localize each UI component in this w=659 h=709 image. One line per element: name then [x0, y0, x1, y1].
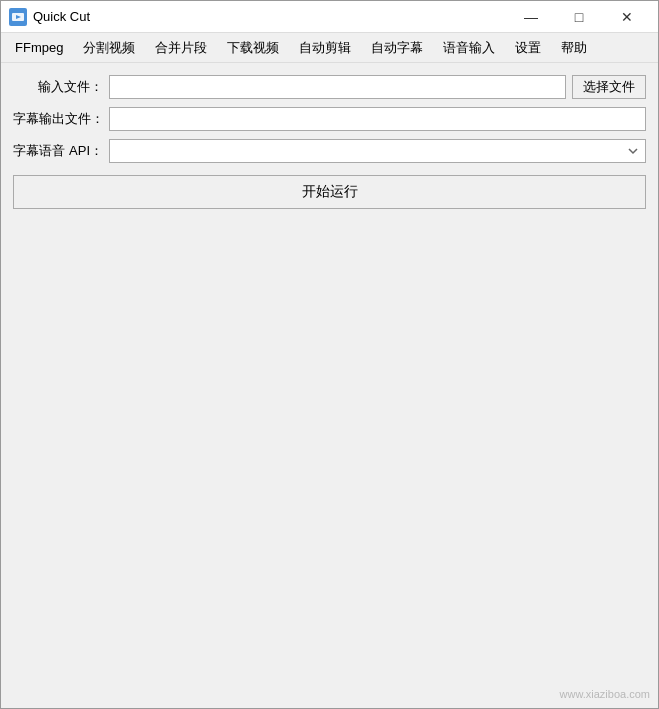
api-row: 字幕语音 API：: [13, 139, 646, 163]
subtitle-output-label: 字幕输出文件：: [13, 110, 103, 128]
menu-item-自动字幕[interactable]: 自动字幕: [361, 35, 433, 61]
run-button[interactable]: 开始运行: [13, 175, 646, 209]
window-title: Quick Cut: [33, 9, 508, 24]
menu-item-帮助[interactable]: 帮助: [551, 35, 597, 61]
close-button[interactable]: ✕: [604, 1, 650, 33]
subtitle-output-field[interactable]: [109, 107, 646, 131]
menu-item-语音输入[interactable]: 语音输入: [433, 35, 505, 61]
menu-item-FFmpeg[interactable]: FFmpeg: [5, 36, 73, 59]
menu-bar: FFmpeg分割视频合并片段下载视频自动剪辑自动字幕语音输入设置帮助: [1, 33, 658, 63]
content-area: 输入文件： 选择文件 字幕输出文件： 字幕语音 API： 开始运行: [1, 63, 658, 708]
title-bar: Quick Cut — □ ✕: [1, 1, 658, 33]
main-window: Quick Cut — □ ✕ FFmpeg分割视频合并片段下载视频自动剪辑自动…: [0, 0, 659, 709]
menu-item-下载视频[interactable]: 下载视频: [217, 35, 289, 61]
menu-item-合并片段[interactable]: 合并片段: [145, 35, 217, 61]
input-file-row: 输入文件： 选择文件: [13, 75, 646, 99]
menu-item-自动剪辑[interactable]: 自动剪辑: [289, 35, 361, 61]
window-controls: — □ ✕: [508, 1, 650, 33]
window-body: FFmpeg分割视频合并片段下载视频自动剪辑自动字幕语音输入设置帮助 输入文件：…: [1, 33, 658, 708]
menu-item-分割视频[interactable]: 分割视频: [73, 35, 145, 61]
input-file-field[interactable]: [109, 75, 566, 99]
maximize-button[interactable]: □: [556, 1, 602, 33]
subtitle-output-row: 字幕输出文件：: [13, 107, 646, 131]
menu-item-设置[interactable]: 设置: [505, 35, 551, 61]
api-select[interactable]: [109, 139, 646, 163]
select-file-button[interactable]: 选择文件: [572, 75, 646, 99]
minimize-button[interactable]: —: [508, 1, 554, 33]
api-label: 字幕语音 API：: [13, 142, 103, 160]
app-icon: [9, 8, 27, 26]
input-file-label: 输入文件：: [13, 78, 103, 96]
